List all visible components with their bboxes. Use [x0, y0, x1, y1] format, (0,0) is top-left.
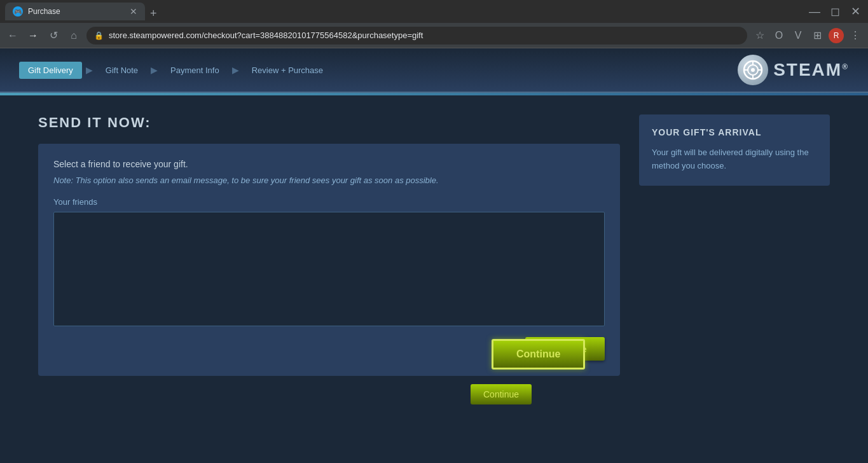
arrival-box: YOUR GIFT'S ARRIVAL Your gift will be de…: [639, 114, 830, 186]
url-text: store.steampowered.com/checkout?cart=388…: [109, 31, 740, 40]
home-button[interactable]: ⌂: [66, 30, 81, 41]
tab-close-button[interactable]: ✕: [130, 6, 137, 17]
tooltip-continue-button[interactable]: Continue: [471, 384, 532, 404]
back-button[interactable]: ←: [5, 30, 20, 41]
step-gift-delivery[interactable]: Gift Delivery: [19, 62, 82, 79]
extensions-icon[interactable]: ⊞: [809, 29, 825, 41]
step-arrow-3: ▶: [232, 65, 239, 75]
tab-title: Purchase: [28, 7, 125, 16]
new-tab-button[interactable]: +: [150, 7, 157, 20]
browser-titlebar: 🎮 Purchase ✕ + — ◻ ✕: [0, 0, 868, 23]
arrival-title: YOUR GIFT'S ARRIVAL: [652, 127, 817, 137]
window-controls: — ◻ ✕: [807, 4, 863, 18]
step-review-purchase[interactable]: Review + Purchase: [243, 62, 332, 79]
vpn-icon[interactable]: V: [790, 30, 806, 41]
step-gift-note[interactable]: Gift Note: [97, 62, 147, 79]
tab-favicon-icon: 🎮: [13, 6, 23, 17]
browser-chrome: 🎮 Purchase ✕ + — ◻ ✕ ← → ↺ ⌂ 🔒 store.ste…: [0, 0, 868, 48]
friends-listbox[interactable]: [53, 212, 605, 326]
step-review-purchase-label: Review + Purchase: [243, 62, 332, 79]
steam-logo-icon: [738, 55, 768, 85]
select-friend-text: Select a friend to receive your gift.: [53, 159, 605, 169]
refresh-button[interactable]: ↺: [46, 29, 61, 41]
maximize-button[interactable]: ◻: [827, 4, 843, 18]
left-panel: SEND IT NOW: Select a friend to receive …: [38, 114, 620, 376]
step-payment-info-label: Payment Info: [162, 62, 228, 79]
note-text: Note: This option also sends an email me…: [53, 174, 605, 187]
highlighted-continue-button[interactable]: Continue: [492, 339, 585, 370]
arrival-description: Your gift will be delivered digitally us…: [652, 146, 817, 173]
step-payment-info[interactable]: Payment Info: [162, 62, 228, 79]
right-panel: YOUR GIFT'S ARRIVAL Your gift will be de…: [639, 114, 830, 186]
steam-logo-text: STEAM®: [773, 60, 849, 80]
toolbar-icons: ☆ O V ⊞ R ⋮: [752, 28, 863, 43]
browser-tabs: 🎮 Purchase ✕ +: [5, 3, 807, 20]
step-arrow-2: ▶: [151, 65, 158, 75]
friends-label: Your friends: [53, 197, 605, 207]
address-bar[interactable]: 🔒 store.steampowered.com/checkout?cart=3…: [86, 27, 747, 45]
close-button[interactable]: ✕: [848, 4, 863, 18]
browser-tab[interactable]: 🎮 Purchase ✕: [5, 3, 145, 20]
menu-icon[interactable]: ⋮: [848, 29, 863, 41]
steam-header: Gift Delivery ▶ Gift Note ▶ Payment Info…: [0, 48, 868, 93]
send-title: SEND IT NOW:: [38, 114, 620, 131]
checkout-steps: Gift Delivery ▶ Gift Note ▶ Payment Info…: [19, 62, 332, 79]
minimize-button[interactable]: —: [807, 5, 822, 18]
profile-icon[interactable]: R: [829, 28, 844, 43]
main-area: SEND IT NOW: Select a friend to receive …: [0, 95, 868, 395]
lock-icon: 🔒: [94, 31, 104, 40]
highlighted-continue-container: Continue: [492, 339, 585, 370]
browser-toolbar: ← → ↺ ⌂ 🔒 store.steampowered.com/checkou…: [0, 23, 868, 48]
step-gift-note-label: Gift Note: [97, 62, 147, 79]
step-gift-delivery-label: Gift Delivery: [19, 62, 82, 79]
opera-icon[interactable]: O: [771, 30, 787, 41]
bookmark-icon[interactable]: ☆: [752, 29, 768, 41]
step-arrow-1: ▶: [86, 65, 93, 75]
steam-logo: STEAM®: [738, 55, 849, 85]
page-content: Gift Delivery ▶ Gift Note ▶ Payment Info…: [0, 48, 868, 395]
forward-button[interactable]: →: [25, 30, 41, 41]
svg-point-2: [751, 68, 755, 72]
